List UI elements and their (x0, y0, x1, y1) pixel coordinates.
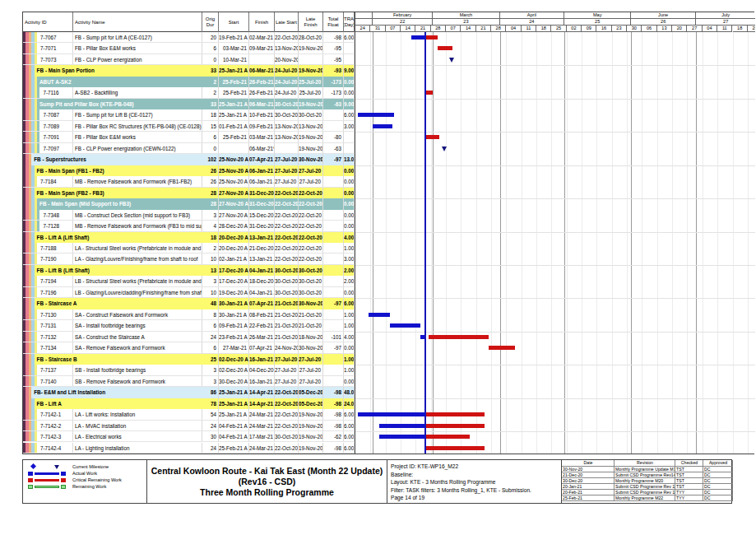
cell-lf: 05-Dec-20 (299, 398, 323, 409)
cell-ls: 22-Oct-20 (275, 243, 299, 253)
milestone-diamond-icon (30, 463, 36, 469)
cell-finish: 06-Jan-21 A (249, 165, 275, 176)
week-gridline (657, 32, 658, 454)
cell-ls: 30-Oct-20 (275, 276, 299, 286)
cell-od: 3 (202, 365, 219, 374)
cell-id: 7-7190 (23, 254, 73, 263)
cell-tra: 6.00 (344, 431, 355, 441)
group-band-stripe (35, 77, 37, 87)
week-cell: 16 (596, 26, 611, 32)
summary-label: FB - Lift A (Lift Shaft) (37, 232, 202, 243)
cell-name: MB - Remove Falsework and Formwork (FB1-… (73, 176, 202, 186)
cell-ls: 30-Oct-20 (275, 431, 299, 441)
week-cell: 02 (567, 26, 582, 32)
group-band-stripe (29, 154, 31, 165)
group-band-stripe (31, 65, 34, 76)
column-header-ls: Late Start (275, 12, 299, 32)
revision-row: 20-Jan-21Submit CSD Programme Rev 15TSTD… (562, 484, 733, 490)
column-header-tf: Total Float (323, 12, 344, 32)
project-info-line: Filter: TASK filters: 3 Months Rolling_1… (391, 486, 561, 495)
summary-label: FB - Main Span (Mid Support to FB3) (39, 198, 202, 209)
revision-cell: TST (675, 467, 703, 472)
cell-ls: 22-Oct-20 (275, 210, 299, 220)
cell-lf (299, 54, 323, 64)
page-title: Central Kowloon Route - Kai Tak East (Mo… (147, 466, 387, 487)
milestone-marker (442, 147, 447, 151)
legend-label: Actual Work (72, 471, 97, 477)
cell-tf (323, 210, 344, 220)
cell-lf: 27-Jul-20 (299, 165, 323, 176)
week-cell: 14 (401, 26, 415, 32)
cell-od: 6 (202, 43, 219, 53)
week-gridline (461, 32, 461, 454)
critical-remaining-bar (425, 35, 437, 40)
cell-finish: 24-Mar-21 (249, 443, 275, 453)
cell-ls: 22-Oct-20 (275, 198, 299, 209)
cell-od: 13 (202, 265, 219, 276)
summary-row: FB - Staircase B2502-Dec-20 A16-Jan-21 A… (23, 354, 355, 365)
cell-tf: -63 (323, 99, 344, 109)
legend-bar-end (28, 472, 33, 476)
week-cell: 31 (370, 26, 385, 32)
week-gridline (446, 32, 447, 454)
cell-lf: 22-Oct-20 (299, 232, 323, 243)
revision-cell: DC (703, 467, 733, 472)
cell-tra: 3.00 (344, 121, 355, 131)
cell-tra: 4.00 (344, 232, 355, 243)
cell-tra (344, 143, 355, 153)
cell-ls: 21-Oct-20 (275, 320, 299, 330)
cell-start: 19-Feb-21 A (219, 32, 249, 42)
legend-bar (35, 472, 59, 475)
cell-ls (275, 143, 299, 153)
cell-finish: 07-Apr-21 (249, 154, 275, 165)
page-subtitle: Three Month Rolling Programme (200, 487, 334, 498)
cell-lf: 18-Nov-20 (299, 332, 323, 342)
cell-tf: -101 (323, 332, 344, 342)
project-info-line: Layout: KTE - 3 Months Rolling Programme (391, 478, 561, 486)
group-band-stripe (31, 232, 34, 243)
project-info-line: Project ID: KTE-WP16_M22 (391, 463, 561, 471)
group-band-stripe (31, 188, 34, 198)
month-number-cell: 23 (433, 19, 499, 26)
row-gridline (355, 431, 755, 432)
legend-label: Critical Remaining Work (72, 477, 122, 483)
critical-remaining-bar (425, 412, 485, 416)
revision-cell: DC (703, 478, 733, 484)
cell-lf: 19-Nov-20 (299, 43, 323, 53)
cell-id: 7-7132 (23, 332, 73, 342)
revision-header-cell: Approved (703, 460, 733, 467)
critical-remaining-bar (489, 346, 514, 350)
cell-name: LB - Structural Steel works (Prefabricat… (73, 276, 202, 286)
cell-tra: 0.00 (344, 221, 355, 230)
cell-tf: -173 (323, 77, 344, 87)
cell-lf: 19-Nov-20 (299, 99, 323, 109)
cell-tra: 0.00 (344, 188, 355, 198)
project-info-line: Baseline: (391, 471, 561, 479)
table-row: 7-7116A-SB2 - Backfilling225-Feb-2126-Fe… (23, 87, 355, 98)
cell-finish: 16-Jan-21 A (249, 376, 275, 386)
week-cell: 04 (703, 26, 717, 32)
cell-finish: 14-Apr-21 (249, 387, 275, 398)
summary-row: FB - Lift B (Lift Shaft)1317-Dec-20 A04-… (23, 265, 355, 276)
legend-bar-end (61, 478, 66, 482)
cell-tra (344, 132, 355, 142)
timeline-month-names: FebruaryMarchAprilMayJuneJuly (355, 12, 755, 19)
revision-cell: Monthly Programme M22 (615, 495, 675, 501)
cell-ls: 20-Nov-20 (275, 54, 299, 64)
revision-cell: 20-Jan-21 (562, 484, 615, 490)
summary-row: FB - Lift A7825-Jan-21 A14-Apr-2122-Oct-… (23, 398, 355, 409)
cell-start (219, 143, 249, 153)
cell-start: 27-Mar-21 (219, 342, 249, 352)
legend-bar-end (28, 478, 33, 482)
cell-id: 7-7134 (23, 342, 73, 352)
cell-start: 30-Dec-20 A (219, 376, 249, 386)
actual-work-bar (358, 113, 395, 117)
table-row: 7-7142-3LA - Electrical works3004-Feb-21… (23, 431, 355, 442)
cell-lf: 19-Nov-20 (299, 409, 323, 419)
cell-tra (344, 54, 355, 64)
legend-bar (35, 479, 59, 482)
week-cell: 20 (672, 26, 687, 32)
summary-label: ABUT A-SK2 (39, 77, 202, 87)
month-name-cell: June (631, 12, 696, 19)
cell-id: 7-7073 (23, 54, 73, 64)
